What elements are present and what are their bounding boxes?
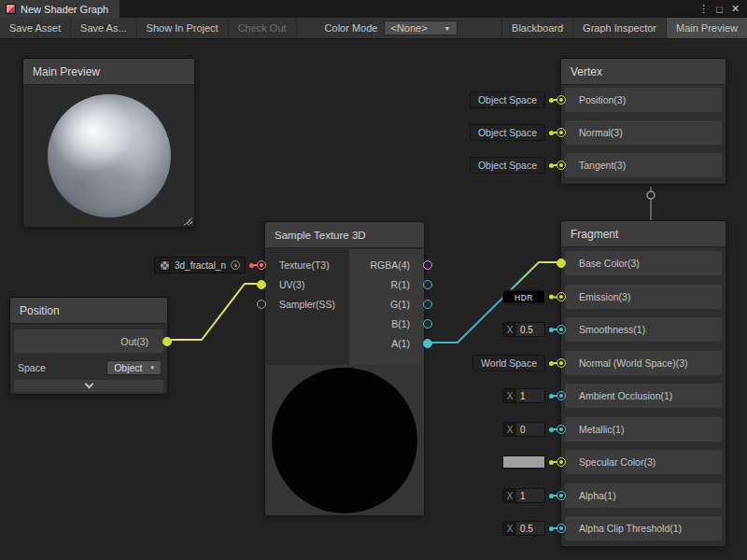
sample-node-body: 3d_fractal_n Texture(T3) UV(3) Sampler(S… [265, 249, 424, 365]
port-smoothness[interactable] [557, 325, 566, 334]
port-label: R(1) [391, 279, 410, 290]
main-preview-title: Main Preview [33, 65, 100, 78]
main-preview-panel[interactable]: Main Preview [22, 58, 195, 228]
port-label: A(1) [391, 338, 410, 349]
port-label: Ambient Occlusion(1) [579, 390, 672, 401]
port-tangent[interactable] [557, 161, 566, 170]
node-preview-area [265, 365, 424, 515]
space-row: Space Object ▾ [10, 357, 167, 378]
port-metallic[interactable] [557, 425, 566, 434]
ambient-occlusion-float-field[interactable]: X1 [502, 388, 562, 403]
sample-texture-3d-node[interactable]: Sample Texture 3D 3d_fractal_n Texture(T… [264, 221, 425, 516]
object-picker-icon[interactable] [231, 260, 240, 270]
maximize-icon[interactable]: □ [712, 4, 727, 15]
sample-row-rgba: RGBA(4) [349, 256, 424, 274]
alpha-float-field[interactable]: X1 [502, 488, 562, 503]
document-tab[interactable]: New Shader Graph [0, 0, 120, 18]
close-icon[interactable]: ✕ [727, 3, 743, 15]
fragment-row-smoothness: X0.5 Smoothness(1) [565, 317, 722, 342]
normal-space-badge[interactable]: Object Space [470, 124, 562, 141]
port-r[interactable] [423, 280, 432, 289]
vertex-node-header[interactable]: Vertex [561, 59, 726, 85]
port-label: Specular Color(3) [579, 456, 655, 468]
fragment-node[interactable]: Fragment Base Color(3) HDR Emission(3) X… [560, 220, 726, 547]
resize-handle[interactable] [183, 216, 192, 225]
port-sampler[interactable] [257, 300, 266, 309]
main-preview-header[interactable]: Main Preview [23, 59, 194, 85]
blackboard-button[interactable]: Blackboard [501, 18, 572, 38]
fragment-row-alpha: X1 Alpha(1) [565, 483, 722, 508]
fragment-row-specular-color: Specular Color(3) [565, 450, 722, 474]
color-mode-label: Color Mode [297, 18, 383, 38]
save-asset-button[interactable]: Save Asset [0, 18, 71, 38]
specular-color-swatch[interactable] [502, 455, 562, 469]
port-alpha[interactable] [557, 491, 566, 500]
show-in-project-button[interactable]: Show In Project [137, 18, 229, 38]
texture-name: 3d_fractal_n [175, 260, 226, 271]
space-dropdown[interactable]: Object ▾ [106, 360, 162, 375]
port-label: Emission(3) [579, 291, 630, 302]
alpha-clip-threshold-float-field[interactable]: X0.5 [502, 521, 562, 536]
vertex-node-title: Vertex [571, 65, 602, 78]
port-label: Normal (World Space)(3) [579, 357, 688, 369]
world-space-badge[interactable]: World Space [472, 355, 562, 371]
position-node[interactable]: Position Out(3) Space Object ▾ [9, 297, 168, 395]
vertex-node[interactable]: Vertex Object Space Position(3) Object S… [560, 58, 726, 185]
vertex-row-normal: Object Space Normal(3) [565, 120, 722, 145]
fragment-row-normal-ws: World Space Normal (World Space)(3) [565, 351, 722, 375]
port-label: Out(3) [120, 336, 148, 347]
port-alpha-clip-threshold[interactable] [557, 524, 566, 533]
main-preview-button[interactable]: Main Preview [666, 18, 747, 38]
sample-row-a: A(1) [349, 334, 424, 353]
port-position[interactable] [557, 95, 566, 105]
tab-title: New Shader Graph [21, 4, 108, 15]
fragment-row-metallic: X0 Metallic(1) [565, 417, 722, 441]
space-label: Space [18, 362, 46, 373]
metallic-float-field[interactable]: X0 [502, 422, 562, 437]
port-label: Texture(T3) [279, 259, 330, 271]
color-mode-dropdown[interactable]: <None> ▼ [384, 21, 457, 35]
port-normal[interactable] [557, 128, 566, 137]
check-out-button[interactable]: Check Out [229, 18, 297, 38]
main-preview-body [23, 85, 194, 227]
fragment-row-ambient-occlusion: X1 Ambient Occlusion(1) [565, 384, 722, 408]
port-specular-color[interactable] [557, 457, 566, 467]
port-out[interactable] [162, 337, 172, 346]
port-uv[interactable] [257, 280, 266, 289]
sample-node-title: Sample Texture 3D [275, 230, 366, 241]
port-ambient-occlusion[interactable] [557, 391, 566, 400]
port-label: Position(3) [579, 94, 626, 105]
port-b[interactable] [423, 319, 432, 329]
save-as-button[interactable]: Save As... [71, 18, 137, 38]
port-a[interactable] [423, 339, 432, 348]
port-label: Tangent(3) [579, 160, 626, 171]
position-node-header[interactable]: Position [10, 298, 167, 324]
port-rgba[interactable] [423, 260, 432, 270]
hdr-color-swatch[interactable]: HDR [502, 290, 562, 304]
port-label: Normal(3) [579, 127, 623, 138]
port-label: Base Color(3) [579, 258, 640, 269]
smoothness-float-field[interactable]: X0.5 [502, 322, 562, 337]
expand-toggle[interactable] [14, 380, 163, 392]
menu-icon[interactable]: ⋮ [696, 3, 712, 15]
titlebar: New Shader Graph ⋮ □ ✕ [0, 0, 747, 18]
sample-row-r: R(1) [349, 275, 424, 294]
tangent-space-badge[interactable]: Object Space [470, 157, 562, 174]
port-texture[interactable] [257, 260, 266, 270]
port-g[interactable] [423, 300, 432, 309]
preview-sphere[interactable] [48, 94, 171, 217]
shader-graph-icon [6, 4, 16, 14]
position-space-badge[interactable]: Object Space [470, 91, 562, 108]
port-normal-world-space[interactable] [557, 358, 566, 368]
port-base-color[interactable] [557, 259, 566, 268]
fragment-node-header[interactable]: Fragment [561, 221, 726, 247]
port-emission[interactable] [557, 292, 566, 301]
port-label: UV(3) [279, 279, 304, 290]
chevron-down-icon: ▼ [444, 25, 451, 32]
fragment-row-base-color: Base Color(3) [565, 251, 722, 275]
sample-node-header[interactable]: Sample Texture 3D [265, 222, 424, 248]
chevron-down-icon: ▾ [150, 364, 154, 371]
texture-object-field[interactable]: 3d_fractal_n [154, 257, 262, 273]
position-row-out: Out(3) [14, 329, 163, 353]
graph-inspector-button[interactable]: Graph Inspector [572, 18, 666, 38]
